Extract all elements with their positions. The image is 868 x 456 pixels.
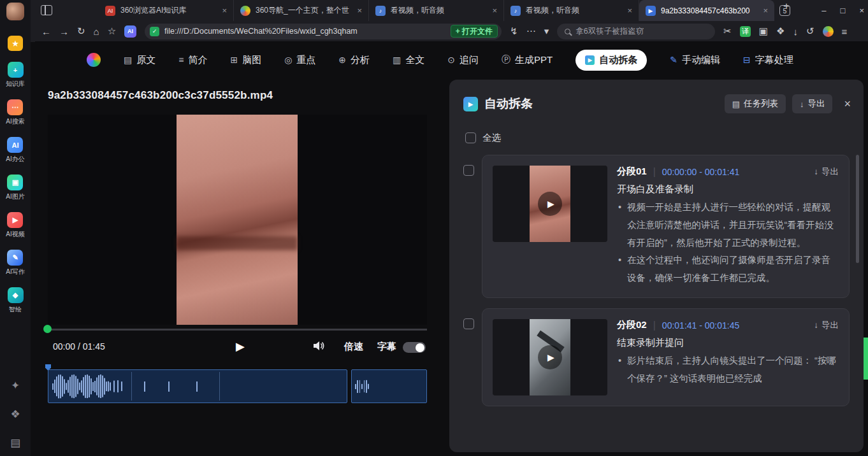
chevron-down-icon[interactable]: ▾ <box>544 25 549 37</box>
menu-icon[interactable]: ≡ <box>842 26 848 37</box>
mindmap-icon: ⊞ <box>230 55 238 65</box>
address-bar: ← → ↻ ⌂ ☆ AI ✓ file:///D:/Documents/WeCh… <box>35 21 868 42</box>
playhead-knob[interactable] <box>43 325 52 333</box>
play-overlay-icon[interactable]: ▶ <box>538 192 562 216</box>
segment-card[interactable]: ▶ 分段01 | 00:00:00 - 00:01:41 ↓导出 开场白及准备录… <box>482 155 850 298</box>
search-field[interactable]: 拿6双筷子被指盗窃 <box>557 24 715 39</box>
tool-mindmap[interactable]: ⊞脑图 <box>230 54 261 66</box>
tab-close-icon[interactable]: × <box>357 6 362 15</box>
waveform-box-2[interactable] <box>351 369 427 403</box>
layers-icon[interactable]: ▤ <box>10 436 20 450</box>
tab-favicon <box>240 6 250 16</box>
ai-assistant-icon[interactable]: AI <box>124 25 136 38</box>
more-icon[interactable]: ⋯ <box>526 25 536 37</box>
search-text[interactable]: 拿6双筷子被指盗窃 <box>575 26 644 37</box>
favorites-star-icon[interactable]: ★ <box>8 36 23 51</box>
maximize-button[interactable]: □ <box>841 6 846 15</box>
sidebar-item-ai-search[interactable]: ⋯ AI搜索 <box>6 99 24 126</box>
clapper-icon: ▶ <box>585 55 595 65</box>
tab-close-icon[interactable]: × <box>763 6 768 15</box>
window-buttons: – □ × <box>821 0 864 21</box>
lightning-icon[interactable]: ↯ <box>510 25 518 37</box>
tab-close-icon[interactable]: × <box>627 6 632 15</box>
back-icon[interactable]: ← <box>41 26 51 37</box>
tool-followup[interactable]: ⊙追问 <box>447 54 479 66</box>
sidebar-item-ai-image[interactable]: ▣ AI图片 <box>6 175 24 201</box>
volume-icon[interactable] <box>314 341 325 351</box>
reading-mode-icon[interactable]: ▣ <box>759 25 768 37</box>
tool-keypoints[interactable]: ◎重点 <box>284 54 315 66</box>
tool-fulltext[interactable]: ▥全文 <box>393 54 424 66</box>
browser-logo-icon[interactable] <box>823 26 834 37</box>
tab-title: 看视频，听音频 <box>391 5 487 16</box>
tool-auto-split[interactable]: ▶自动拆条 <box>575 50 647 71</box>
tool-analysis[interactable]: ⊕分析 <box>338 54 370 66</box>
segment-checkbox[interactable] <box>463 318 474 329</box>
export-button[interactable]: ↓导出 <box>792 94 833 113</box>
page-scrollbar-indicator[interactable] <box>864 338 868 380</box>
page-toolbar: ▤原文 ≡简介 ⊞脑图 ◎重点 ⊕分析 ▥全文 ⊙追问 Ⓟ生成PPT ▶自动拆条… <box>31 42 868 78</box>
panel-close-icon[interactable]: × <box>844 97 851 111</box>
tool-manual-edit[interactable]: ✎手动编辑 <box>670 54 720 66</box>
segment-time-range: 00:00:00 - 00:01:41 <box>662 167 739 177</box>
tab-media-1[interactable]: ♪ 看视频，听音频 × <box>369 0 504 21</box>
tool-subtitle[interactable]: ⊟字幕处理 <box>743 54 793 66</box>
home-icon[interactable]: ⌂ <box>94 26 99 37</box>
segment-thumbnail[interactable]: ▶ <box>493 166 607 242</box>
extensions-icon[interactable]: ❖ <box>776 25 785 37</box>
tab-close-icon[interactable]: × <box>492 6 497 15</box>
url-field[interactable]: ✓ file:///D:/Documents/WeChat%20Files/wx… <box>145 24 502 39</box>
tab-media-2[interactable]: ♪ 看视频，听音频 × <box>504 0 639 21</box>
sidebar-item-knowledge[interactable]: + 知识库 <box>6 62 25 89</box>
waveform-box-1[interactable] <box>48 369 347 403</box>
sidebar-item-ai-video[interactable]: ▶ AI视频 <box>6 212 24 239</box>
minimize-button[interactable]: – <box>821 6 826 15</box>
avatar[interactable] <box>6 3 24 20</box>
history-undo-icon[interactable]: ↺ <box>806 25 814 37</box>
sidebar-item-smart-draw[interactable]: ◆ 智绘 <box>8 287 24 314</box>
task-list-button[interactable]: ▤任务列表 <box>725 94 786 113</box>
download-icon[interactable]: ↓ <box>793 26 798 37</box>
play-overlay-icon[interactable]: ▶ <box>538 345 562 369</box>
tool-original[interactable]: ▤原文 <box>124 54 156 66</box>
progress-bar[interactable] <box>48 329 427 331</box>
select-all-checkbox[interactable] <box>465 132 476 143</box>
segment-checkbox[interactable] <box>463 165 474 176</box>
refresh-icon[interactable]: ↻ <box>77 25 85 37</box>
plugin-icon[interactable]: ❖ <box>10 408 20 421</box>
segment-body: 分段02 | 00:01:41 - 00:01:45 ↓导出 结束录制并提问 影… <box>617 319 839 395</box>
segment-thumbnail[interactable]: ▶ <box>493 319 607 395</box>
sparkle-icon[interactable]: ✦ <box>11 379 20 392</box>
play-button[interactable]: ▶ <box>236 339 245 353</box>
segment-export-button[interactable]: ↓导出 <box>814 166 839 178</box>
window-close-button[interactable]: × <box>859 6 864 15</box>
subtitle-toggle[interactable] <box>403 342 426 353</box>
sidebar-item-ai-office[interactable]: AI AI办公 <box>6 137 24 164</box>
url-text[interactable]: file:///D:/Documents/WeChat%20Files/wxid… <box>164 27 445 36</box>
tab-360-nav[interactable]: 360导航_一个主页，整个世 × <box>234 0 369 21</box>
bookmark-add-icon[interactable]: ☆ <box>108 25 116 37</box>
tab-favicon: AI <box>105 6 115 16</box>
video-player[interactable] <box>48 115 427 325</box>
document-icon: ▤ <box>124 55 132 65</box>
screenshot-scissors-icon[interactable]: ✂ <box>723 25 732 37</box>
panel-scrollbar[interactable] <box>856 155 859 263</box>
player-controls: 00:00 / 01:45 ▶ 倍速 字幕 <box>48 338 427 356</box>
ai-logo-icon[interactable] <box>87 53 101 67</box>
tab-count-badge[interactable]: 5 <box>779 5 790 16</box>
speed-control[interactable]: 倍速 <box>344 341 363 353</box>
site-security-icon[interactable]: ✓ <box>150 27 159 36</box>
sidebar-item-ai-writing[interactable]: ✎ AI写作 <box>6 250 24 276</box>
segment-card[interactable]: ▶ 分段02 | 00:01:41 - 00:01:45 ↓导出 结束录制并提问… <box>482 308 850 406</box>
tab-video-active[interactable]: ▶ 9a2b333084457c463b200 × <box>639 0 774 21</box>
segment-name: 分段01 <box>617 166 647 178</box>
forward-icon[interactable]: → <box>59 26 69 37</box>
open-file-button[interactable]: + 打开文件 <box>451 25 498 38</box>
segment-name: 分段02 <box>617 319 647 331</box>
tab-close-icon[interactable]: × <box>222 6 227 15</box>
tab-knowledge-base[interactable]: AI 360浏览器AI知识库 × <box>99 0 234 21</box>
segment-export-button[interactable]: ↓导出 <box>814 320 839 331</box>
tool-generate-ppt[interactable]: Ⓟ生成PPT <box>502 54 553 66</box>
translate-icon[interactable]: 译 <box>740 26 751 37</box>
tool-intro[interactable]: ≡简介 <box>178 54 207 66</box>
